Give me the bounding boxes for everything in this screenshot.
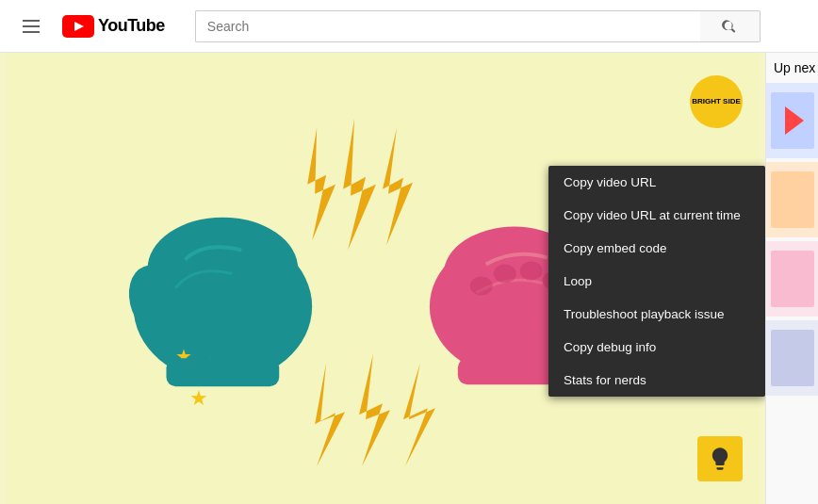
- hamburger-menu-button[interactable]: [15, 12, 47, 41]
- youtube-icon: [62, 15, 94, 38]
- lightbulb-badge[interactable]: [697, 436, 743, 481]
- svg-rect-30: [771, 251, 814, 307]
- context-menu-item-troubleshoot[interactable]: Troubleshoot playback issue: [548, 298, 765, 331]
- up-next-label: Up nex: [766, 53, 818, 83]
- context-menu: Copy video URL Copy video URL at current…: [548, 166, 765, 397]
- context-menu-item-copy-debug[interactable]: Copy debug info: [548, 331, 765, 364]
- context-menu-item-copy-url-time[interactable]: Copy video URL at current time: [548, 199, 765, 232]
- header: YouTube: [0, 0, 818, 53]
- lightbulb-icon: [707, 446, 733, 472]
- bright-side-badge: BRIGHT SIDE: [690, 75, 743, 128]
- right-sidebar: Up nex: [765, 53, 818, 504]
- sidebar-thumbnail-3[interactable]: [766, 241, 818, 317]
- context-menu-item-copy-url[interactable]: Copy video URL: [548, 166, 765, 199]
- context-menu-item-loop[interactable]: Loop: [548, 265, 765, 298]
- svg-rect-28: [771, 171, 814, 228]
- search-icon: [721, 18, 738, 35]
- context-menu-item-copy-embed[interactable]: Copy embed code: [548, 232, 765, 265]
- youtube-logo[interactable]: YouTube: [62, 15, 165, 38]
- youtube-wordmark: YouTube: [98, 16, 165, 36]
- search-button[interactable]: [700, 10, 761, 42]
- sidebar-thumbnail-4[interactable]: [766, 320, 818, 396]
- video-area[interactable]: ★ ★ ★: [0, 53, 765, 504]
- svg-point-20: [470, 277, 493, 296]
- svg-point-22: [520, 262, 543, 281]
- svg-rect-15: [166, 358, 279, 386]
- context-menu-item-stats-nerds[interactable]: Stats for nerds: [548, 364, 765, 397]
- main-content: ★ ★ ★: [0, 53, 818, 504]
- search-container: [195, 10, 761, 42]
- search-input[interactable]: [195, 10, 700, 42]
- svg-rect-32: [771, 330, 814, 386]
- sidebar-thumbnail-1[interactable]: [766, 83, 818, 158]
- sidebar-thumbnail-2[interactable]: [766, 162, 818, 237]
- svg-point-21: [494, 265, 516, 284]
- svg-text:★: ★: [189, 386, 208, 410]
